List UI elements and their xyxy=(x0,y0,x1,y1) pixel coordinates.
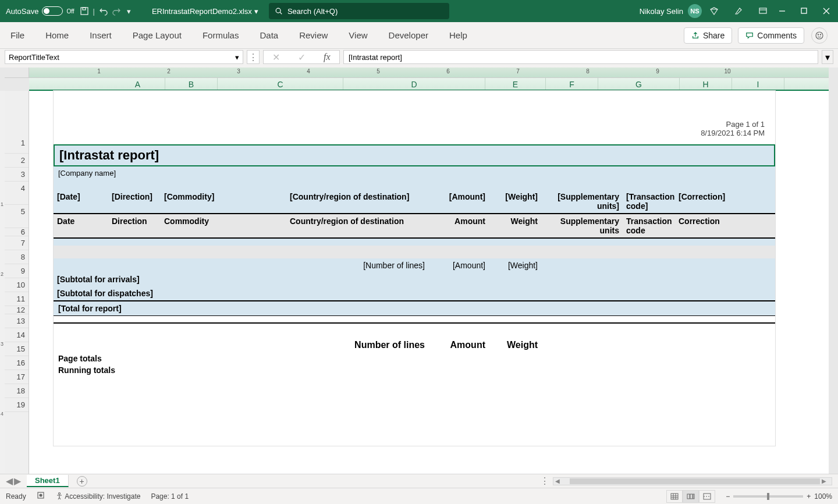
row-headers[interactable]: 1 2 3 4 5 6 7 8 9 10 11 12 13 14 15 16 1… xyxy=(5,91,29,480)
footer-header-row[interactable]: Number of lines Amount Weight xyxy=(54,324,775,353)
comment-icon xyxy=(745,31,754,40)
subtotal-dispatches-row[interactable]: [Subtotal for dispatches] xyxy=(54,286,775,300)
tab-formulas[interactable]: Formulas xyxy=(203,30,239,40)
svg-rect-13 xyxy=(690,494,693,499)
sheet-nav-next-icon[interactable]: ▶ xyxy=(14,475,21,487)
expand-formula-icon[interactable]: ▾ xyxy=(822,50,833,64)
tab-file[interactable]: File xyxy=(10,30,24,40)
share-icon xyxy=(691,31,699,40)
svg-point-6 xyxy=(818,34,818,34)
status-bar: Ready Accessibility: Investigate Page: 1… xyxy=(0,488,838,504)
diamond-icon[interactable] xyxy=(708,5,720,17)
scroll-left-icon[interactable]: ◀ xyxy=(553,478,562,484)
minimize-button[interactable] xyxy=(776,5,788,17)
tab-developer[interactable]: Developer xyxy=(389,30,428,40)
separator: | xyxy=(93,7,95,16)
sheet-canvas[interactable]: Page 1 of 1 8/19/2021 6:14 PM [Intrastat… xyxy=(29,91,829,480)
zoom-out-icon[interactable]: − xyxy=(726,492,730,501)
tab-page-layout[interactable]: Page Layout xyxy=(133,30,182,40)
qat-dropdown-icon[interactable]: ▾ xyxy=(123,5,136,17)
formula-actions: ✕ ✓ fx xyxy=(263,50,340,64)
accessibility-status[interactable]: Accessibility: Investigate xyxy=(55,492,141,501)
view-page-layout-icon[interactable] xyxy=(683,490,699,503)
save-icon[interactable] xyxy=(78,5,91,17)
formula-bar-row: ReportTitleText ▾ ⋮ ✕ ✓ fx [Intrastat re… xyxy=(0,49,838,68)
horizontal-scrollbar[interactable]: ◀ ▶ xyxy=(553,477,832,485)
template-header-row[interactable]: [Date] [Direction] [Commodity] [Country/… xyxy=(54,180,775,213)
share-button[interactable]: Share xyxy=(684,27,732,44)
chevron-down-icon[interactable]: ▾ xyxy=(254,7,258,16)
name-box[interactable]: ReportTitleText ▾ xyxy=(5,50,243,64)
page-number: Page 1 of 1 xyxy=(54,120,765,129)
vertical-ruler: 1 2 3 4 xyxy=(0,91,5,480)
subtotal-arrivals-row[interactable]: [Subtotal for arrivals] xyxy=(54,272,775,286)
ribbon-options-icon[interactable] xyxy=(757,5,769,17)
redo-icon[interactable] xyxy=(110,5,123,17)
sheet-nav-prev-icon[interactable]: ◀ xyxy=(6,475,13,487)
tab-review[interactable]: Review xyxy=(299,30,328,40)
svg-rect-3 xyxy=(759,8,766,13)
fx-icon[interactable]: fx xyxy=(324,52,331,62)
svg-point-2 xyxy=(276,8,280,13)
autosave-toggle[interactable]: AutoSave Off xyxy=(6,6,74,16)
tab-view[interactable]: View xyxy=(349,30,367,40)
view-normal-icon[interactable] xyxy=(666,490,683,503)
svg-point-10 xyxy=(58,493,60,495)
search-input[interactable]: Search (Alt+Q) xyxy=(269,3,449,19)
sheet-tab-bar: ◀ ▶ Sheet1 + ⋮ ◀ ▶ xyxy=(0,474,838,488)
split-handle-icon[interactable]: ⋮ xyxy=(540,475,549,487)
scroll-thumb[interactable] xyxy=(570,478,820,484)
select-all-corner[interactable] xyxy=(5,68,29,78)
undo-icon[interactable] xyxy=(97,5,110,17)
empty-data-row[interactable] xyxy=(54,237,775,246)
page-totals-row[interactable]: Page totals xyxy=(54,353,775,364)
zoom-in-icon[interactable]: + xyxy=(807,492,811,501)
macro-record-icon[interactable] xyxy=(37,491,45,501)
page: Page 1 of 1 8/19/2021 6:14 PM [Intrastat… xyxy=(54,91,775,446)
expand-namebox-icon[interactable]: ⋮ xyxy=(247,50,260,64)
running-totals-row[interactable]: Running totals xyxy=(54,364,775,376)
coming-soon-icon[interactable] xyxy=(732,5,745,17)
add-sheet-button[interactable]: + xyxy=(77,476,87,487)
user-account[interactable]: Nikolay Selin NS xyxy=(640,4,702,18)
document-title[interactable]: ERIntrastatReportDemo2.xlsx ▾ xyxy=(152,7,258,16)
svg-rect-12 xyxy=(687,494,690,499)
svg-rect-11 xyxy=(671,494,678,499)
zoom-value: 100% xyxy=(814,492,832,501)
tab-home[interactable]: Home xyxy=(45,30,69,40)
sheet-tab-active[interactable]: Sheet1 xyxy=(27,475,69,487)
zoom-slider[interactable] xyxy=(733,495,803,498)
scroll-right-icon[interactable]: ▶ xyxy=(820,478,828,484)
chevron-down-icon[interactable]: ▾ xyxy=(235,53,239,62)
smiley-icon[interactable] xyxy=(811,27,828,44)
svg-point-9 xyxy=(40,494,42,496)
formula-input[interactable]: [Intrastat report] xyxy=(343,50,818,64)
tab-help[interactable]: Help xyxy=(449,30,467,40)
worksheet-area: 1 2 3 4 5 6 7 8 9 10 A B C D E F G H I 1… xyxy=(0,68,838,480)
total-row[interactable]: [Total for report] xyxy=(54,300,775,315)
page-indicator: Page: 1 of 1 xyxy=(151,492,189,501)
ribbon: File Home Insert Page Layout Formulas Da… xyxy=(0,22,838,49)
view-page-break-icon[interactable] xyxy=(699,490,715,503)
empty-row[interactable] xyxy=(54,246,775,258)
toggle-switch[interactable] xyxy=(42,6,63,16)
maximize-button[interactable] xyxy=(798,5,810,17)
avatar: NS xyxy=(688,4,702,18)
svg-point-7 xyxy=(820,34,821,34)
summary-header-row[interactable]: [Number of lines] [Amount] [Weight] xyxy=(54,258,775,272)
cancel-icon[interactable]: ✕ xyxy=(272,52,280,63)
tab-insert[interactable]: Insert xyxy=(90,30,112,40)
svg-rect-1 xyxy=(83,8,86,10)
horizontal-ruler: 1 2 3 4 5 6 7 8 9 10 xyxy=(29,68,829,78)
zoom-control[interactable]: − + 100% xyxy=(726,492,832,501)
enter-icon[interactable]: ✓ xyxy=(298,52,306,63)
column-headers[interactable]: A B C D E F G H I xyxy=(29,78,829,91)
report-title-cell[interactable]: [Intrastat report] xyxy=(54,144,775,166)
company-name-cell[interactable]: [Company name] xyxy=(54,166,775,180)
autosave-label: AutoSave xyxy=(6,7,38,16)
data-header-row[interactable]: Date Direction Commodity Country/region … xyxy=(54,213,775,237)
search-icon xyxy=(275,7,283,15)
tab-data[interactable]: Data xyxy=(260,30,278,40)
close-button[interactable] xyxy=(821,5,832,17)
comments-button[interactable]: Comments xyxy=(738,27,804,44)
